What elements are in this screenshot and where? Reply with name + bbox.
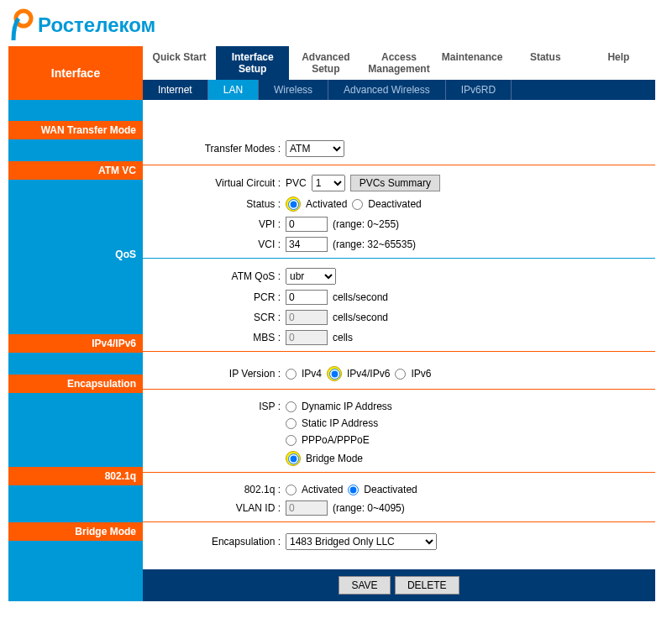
label-vlan-id: VLAN ID : [143,502,286,514]
pvcs-summary-button[interactable]: PVCs Summary [350,175,440,191]
encapsulation-select[interactable]: 1483 Bridged Only LLC [286,533,437,550]
label-dot1q: 802.1q : [143,484,286,495]
section-ipv4-ipv6: IPv4/IPv6 [8,334,143,353]
status-deactivated-radio[interactable] [352,199,363,210]
mbs-input [286,330,328,345]
ipv6-radio[interactable] [395,369,406,380]
subtab-lan[interactable]: LAN [208,80,259,100]
logo-text: Ростелеком [38,13,155,37]
ipv4ipv6-highlight [327,366,342,381]
label-ipv6: IPv6 [411,368,431,380]
section-atm-vc: ATM VC [8,161,143,180]
atm-qos-select[interactable]: ubr [286,268,336,285]
label-ipv4ipv6: IPv4/IPv6 [347,368,390,380]
tab-maintenance[interactable]: Maintenance [436,46,509,80]
label-status: Status : [143,198,286,210]
top-tabs: Quick Start Interface Setup Advanced Set… [143,46,655,80]
dot1q-deactivated-radio[interactable] [348,485,359,495]
label-mbs: MBS : [143,332,286,343]
pvc-text: PVC [286,177,307,189]
label-dynamic-ip: Dynamic IP Address [302,401,392,412]
label-vpi: VPI : [143,218,286,230]
logo-row: Ростелеком [0,0,672,46]
pvc-select[interactable]: 1 [312,175,345,191]
label-isp: ISP : [143,401,286,412]
label-pcr: PCR : [143,291,286,303]
dot1q-activated-radio[interactable] [286,485,297,495]
subtab-internet[interactable]: Internet [143,80,208,100]
pcr-input[interactable] [286,290,328,305]
logo-icon [8,8,34,42]
sub-tabs: Internet LAN Wireless Advanced Wireless … [143,80,655,100]
tab-help[interactable]: Help [582,46,655,80]
label-virtual-circuit: Virtual Circuit : [143,177,286,189]
vpi-range: (range: 0~255) [333,218,399,230]
label-deactivated: Deactivated [368,198,421,210]
label-encapsulation: Encapsulation : [143,536,286,548]
scr-unit: cells/second [333,312,388,323]
tab-advanced-setup[interactable]: Advanced Setup [289,46,362,80]
pcr-unit: cells/second [333,291,388,303]
isp-static-radio[interactable] [286,418,297,429]
section-encapsulation: Encapsulation [8,375,143,393]
label-static-ip: Static IP Address [302,417,378,429]
vlan-range: (range: 0~4095) [333,502,405,514]
tab-access-management[interactable]: Access Management [362,46,435,80]
section-qos: QoS [8,245,143,264]
vci-input[interactable] [286,237,328,252]
label-pppoa: PPPoA/PPPoE [302,434,370,446]
section-bridge-mode: Bridge Mode [8,522,143,541]
label-activated: Activated [306,198,347,210]
isp-bridge-radio[interactable] [288,453,299,464]
label-atm-qos: ATM QoS : [143,270,286,282]
save-button[interactable]: SAVE [339,576,390,595]
label-vci: VCI : [143,238,286,250]
mbs-unit: cells [333,332,353,343]
delete-button[interactable]: DELETE [395,576,459,595]
label-ipv4: IPv4 [302,368,322,380]
vlan-id-input [286,500,328,516]
subtab-ipv6rd[interactable]: IPv6RD [446,80,512,100]
tab-status[interactable]: Status [509,46,582,80]
ipv4-radio[interactable] [286,369,297,380]
scr-input [286,310,328,325]
label-transfer-modes: Transfer Modes : [143,143,286,155]
label-dot1q-deactivated: Deactivated [364,484,417,495]
sidebar-title: Interface [8,46,143,100]
footer-bar: SAVE DELETE [143,569,655,601]
section-dot1q: 802.1q [8,467,143,485]
subtab-wireless[interactable]: Wireless [259,80,328,100]
tab-interface-setup[interactable]: Interface Setup [216,46,289,80]
label-bridge: Bridge Mode [306,453,363,464]
vci-range: (range: 32~65535) [333,238,416,250]
isp-bridge-highlight [286,451,301,466]
subtab-advanced-wireless[interactable]: Advanced Wireless [328,80,446,100]
isp-pppoa-radio[interactable] [286,435,297,446]
label-ip-version: IP Version : [143,368,286,380]
tab-quick-start[interactable]: Quick Start [143,46,216,80]
transfer-mode-select[interactable]: ATM [286,140,344,157]
status-activated-radio[interactable] [288,199,299,210]
ipv4ipv6-radio[interactable] [329,369,340,380]
section-wan-transfer-mode: WAN Transfer Mode [8,121,143,139]
isp-dynamic-radio[interactable] [286,401,297,412]
vpi-input[interactable] [286,217,328,232]
status-activated-highlight [286,196,301,212]
label-dot1q-activated: Activated [302,484,343,495]
label-scr: SCR : [143,312,286,323]
